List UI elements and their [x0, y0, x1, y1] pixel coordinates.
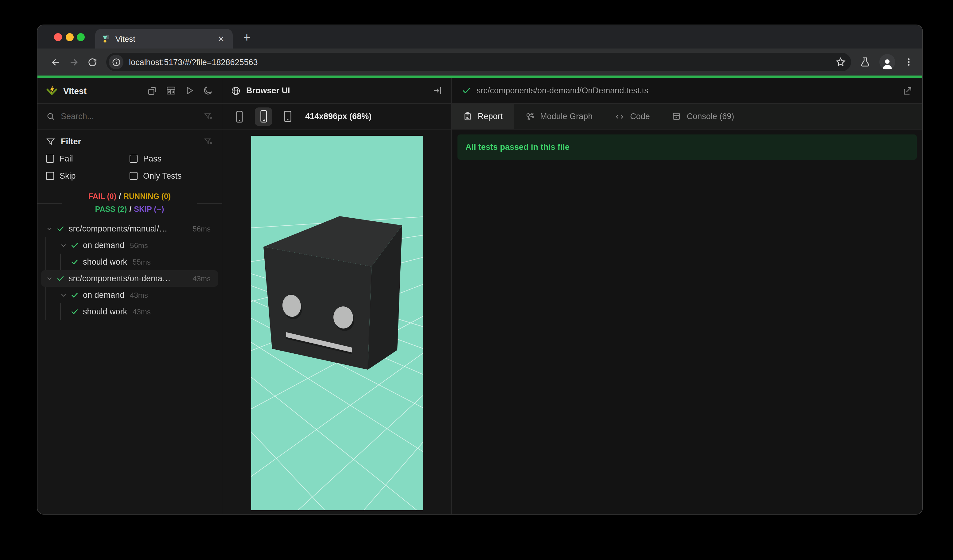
- test-tree: src/components/manual/… 56ms on demand 5…: [37, 220, 222, 514]
- address-bar[interactable]: localhost:5173/#/?file=1828625563: [106, 53, 851, 71]
- device-phone-small-icon[interactable]: [231, 107, 248, 126]
- test-pass-check-icon: [71, 291, 79, 299]
- test-pass-check-icon: [56, 225, 64, 233]
- file-path[interactable]: src/components/on-demand/OnDemand.test.t…: [476, 86, 649, 95]
- tree-indent-guide: [45, 287, 46, 303]
- filter-options: Fail Pass Skip Only Tests: [46, 154, 213, 180]
- test-pass-check-icon: [56, 275, 64, 282]
- test-stats: FAIL (0)/RUNNING (0) PASS (2)/SKIP (--): [37, 190, 222, 217]
- tab-console-69[interactable]: Console (69): [661, 104, 745, 129]
- file-header: src/components/on-demand/OnDemand.test.t…: [452, 78, 922, 104]
- device-phone-plus-icon[interactable]: [255, 107, 272, 126]
- filter-option-label: Only Tests: [143, 171, 182, 180]
- all-tests-passed-banner: All tests passed in this file: [458, 135, 917, 160]
- filter-option-label: Pass: [143, 154, 161, 163]
- filter-checkbox[interactable]: [46, 155, 54, 163]
- test-label: on demand: [83, 241, 124, 250]
- clear-search-filter-icon[interactable]: [204, 112, 213, 121]
- device-tablet-icon[interactable]: [279, 107, 296, 126]
- clear-filter-icon[interactable]: [204, 137, 213, 146]
- forward-icon[interactable]: [64, 53, 83, 71]
- test-label: src/components/manual/…: [69, 224, 167, 233]
- chevron-down-icon[interactable]: [46, 225, 53, 232]
- test-label: on demand: [83, 290, 124, 299]
- code-icon: [615, 112, 624, 121]
- chevron-down-icon[interactable]: [60, 242, 67, 249]
- tree-indent-guide: [45, 237, 46, 254]
- profile-avatar[interactable]: [879, 54, 895, 70]
- tested-page-viewport[interactable]: [251, 136, 423, 510]
- filter-option-pass[interactable]: Pass: [130, 154, 213, 163]
- sidebar-header: Vitest: [37, 78, 222, 104]
- filter-section: Filter Fail Pass Skip Only Tests: [37, 130, 222, 182]
- preview-area: [222, 130, 451, 514]
- browser-menu-kebab-icon[interactable]: [904, 57, 914, 67]
- bookmark-star-icon[interactable]: [835, 56, 846, 68]
- tab-close-icon[interactable]: ✕: [216, 33, 227, 44]
- app-title: Vitest: [63, 86, 87, 96]
- test-tree-row[interactable]: should work 55ms: [41, 254, 218, 270]
- tab-module-graph[interactable]: Module Graph: [514, 104, 604, 129]
- test-tree-row[interactable]: on demand 56ms: [41, 237, 218, 254]
- dark-mode-moon-icon[interactable]: [203, 85, 213, 96]
- tab-label: Console (69): [687, 112, 734, 121]
- robot-cube: [264, 216, 402, 370]
- device-toolbar: 414x896px (68%): [222, 104, 451, 130]
- page-accent-bar: [37, 76, 922, 78]
- browser-tab-vitest[interactable]: Vitest ✕: [95, 29, 233, 48]
- filter-option-label: Skip: [60, 171, 76, 180]
- url-text[interactable]: localhost:5173/#/?file=1828625563: [129, 57, 835, 67]
- test-tree-row[interactable]: should work 43ms: [41, 303, 218, 320]
- search-icon: [46, 112, 55, 121]
- stats-line-2: PASS (2)/SKIP (--): [37, 203, 222, 216]
- tab-report[interactable]: Report: [452, 104, 514, 129]
- filter-checkbox[interactable]: [130, 155, 138, 163]
- vitest-favicon: [101, 34, 110, 43]
- test-tree-row[interactable]: src/components/manual/… 56ms: [41, 220, 218, 237]
- search-input[interactable]: [61, 112, 204, 121]
- filter-option-skip[interactable]: Skip: [46, 171, 130, 180]
- test-tree-row[interactable]: src/components/on-dema… 43ms: [41, 270, 218, 287]
- collapse-tests-icon[interactable]: [147, 85, 158, 96]
- test-tree-row[interactable]: on demand 43ms: [41, 287, 218, 303]
- console-icon: [672, 112, 681, 121]
- report-content: All tests passed in this file: [452, 130, 922, 514]
- hide-panel-icon[interactable]: [432, 85, 443, 96]
- test-duration: 56ms: [130, 241, 148, 250]
- filter-option-fail[interactable]: Fail: [46, 154, 130, 163]
- browser-ui-panel: Browser UI 414x896px (68%): [222, 78, 452, 514]
- open-external-icon[interactable]: [903, 86, 913, 96]
- test-label: should work: [83, 257, 127, 267]
- dashboard-icon[interactable]: [166, 85, 176, 96]
- browser-toolbar: localhost:5173/#/?file=1828625563: [37, 48, 922, 76]
- reload-icon[interactable]: [83, 53, 101, 71]
- tab-code[interactable]: Code: [604, 104, 661, 129]
- zoom-window-button[interactable]: [77, 33, 85, 41]
- back-icon[interactable]: [46, 53, 64, 71]
- stat-running: RUNNING (0): [123, 192, 171, 201]
- tab-title: Vitest: [115, 34, 216, 43]
- tree-indent-guide: [60, 254, 61, 270]
- 3d-cube-scene: [251, 136, 423, 510]
- test-pass-check-icon: [71, 308, 79, 316]
- test-pass-check-icon: [71, 241, 79, 249]
- filter-checkbox[interactable]: [130, 172, 138, 180]
- tab-label: Module Graph: [540, 112, 593, 121]
- tab-label: Code: [630, 112, 650, 121]
- new-tab-button[interactable]: +: [239, 29, 255, 45]
- filter-option-only-tests[interactable]: Only Tests: [130, 171, 213, 180]
- tree-indent-guide: [45, 254, 46, 270]
- run-all-play-icon[interactable]: [184, 85, 195, 96]
- filter-funnel-icon: [46, 137, 55, 146]
- close-window-button[interactable]: [54, 33, 62, 41]
- test-duration: 43ms: [133, 307, 151, 316]
- stat-separator: /: [127, 205, 134, 214]
- minimize-window-button[interactable]: [65, 33, 73, 41]
- site-info-icon[interactable]: [109, 55, 123, 70]
- chevron-down-icon[interactable]: [60, 292, 67, 298]
- filter-checkbox[interactable]: [46, 172, 54, 180]
- experiments-flask-icon[interactable]: [860, 56, 871, 68]
- chevron-down-icon[interactable]: [46, 275, 53, 282]
- search-bar: [37, 104, 222, 130]
- stat-separator: /: [116, 192, 123, 201]
